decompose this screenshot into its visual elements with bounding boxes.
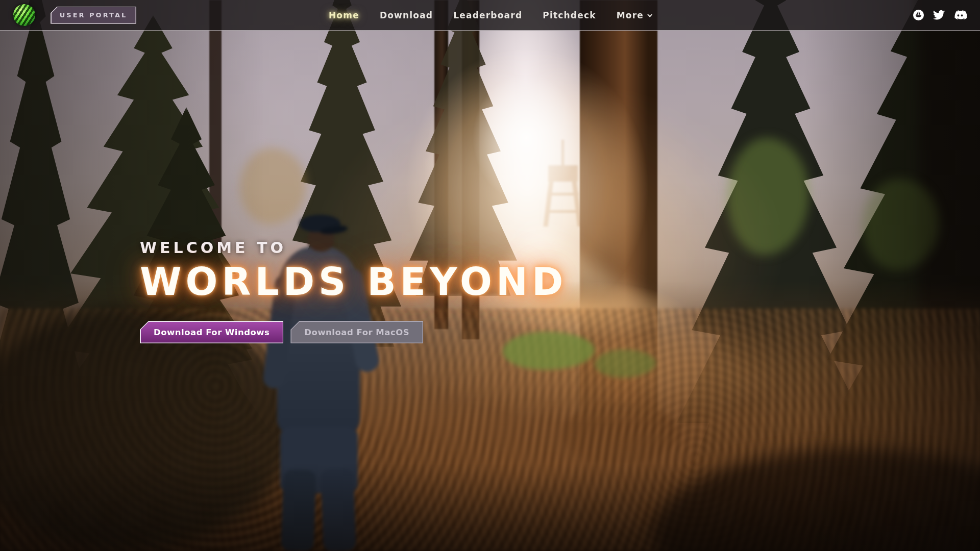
twitter-icon[interactable] — [933, 9, 945, 21]
nav-item-home[interactable]: Home — [329, 10, 359, 20]
social-links — [913, 9, 967, 22]
hero-content: WELCOME TO WORLDS BEYOND Download For Wi… — [140, 239, 567, 343]
nav-item-leaderboard[interactable]: Leaderboard — [453, 10, 522, 20]
user-portal-button[interactable]: USER PORTAL — [51, 7, 136, 24]
main-nav: Home Download Leaderboard Pitchdeck More — [329, 10, 651, 20]
nav-item-more[interactable]: More — [617, 10, 651, 20]
user-portal-label: USER PORTAL — [52, 11, 136, 19]
hero-title: WORLDS BEYOND — [140, 263, 567, 300]
download-windows-button[interactable]: Download For Windows — [140, 321, 283, 343]
discord-icon[interactable] — [953, 9, 967, 22]
hero-eyebrow: WELCOME TO — [140, 239, 567, 257]
hero-cta-row: Download For Windows Download For MacOS — [140, 321, 567, 343]
nav-item-pitchdeck[interactable]: Pitchdeck — [543, 10, 596, 20]
nav-item-download[interactable]: Download — [380, 10, 433, 20]
download-macos-button[interactable]: Download For MacOS — [290, 321, 423, 343]
top-navigation-bar: USER PORTAL Home Download Leaderboard Pi… — [0, 0, 980, 31]
brand-globe-logo-icon[interactable] — [13, 4, 35, 26]
page: USER PORTAL Home Download Leaderboard Pi… — [0, 0, 980, 551]
opensea-icon[interactable] — [913, 9, 924, 21]
chevron-down-icon — [647, 12, 652, 17]
